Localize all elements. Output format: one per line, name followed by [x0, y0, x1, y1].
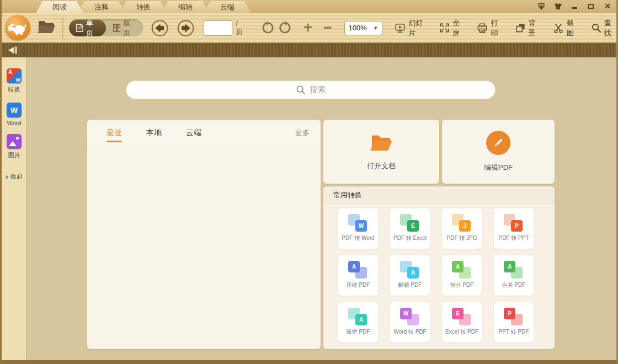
main-toolbar: 单页 双页 / 页 + − 100% ▼ [2, 13, 616, 43]
tile-unlock-pdf[interactable]: A解锁 PDF [390, 255, 430, 296]
slideshow-icon [395, 23, 406, 34]
rotate-left-icon[interactable] [260, 20, 274, 35]
ribbon-tabstrip: 阅读 注释 转换 编辑 云端 [2, 0, 616, 13]
app-window: 阅读 注释 转换 编辑 云端 ✕ [0, 0, 618, 364]
minimize-button[interactable] [570, 2, 579, 10]
tab-annotate[interactable]: 注释 [78, 1, 125, 13]
previous-page-button[interactable] [151, 18, 169, 38]
ppt-to-pdf-icon: P [503, 308, 524, 326]
maximize-button[interactable] [587, 2, 595, 10]
tile-pdf-to-excel[interactable]: EPDF 转 Excel [390, 208, 430, 249]
tile-split-pdf[interactable]: A拆分 PDF [442, 255, 482, 296]
files-tab-recent[interactable]: 最近 [106, 120, 122, 146]
app-logo-icon[interactable] [5, 15, 30, 40]
next-page-button[interactable] [177, 18, 195, 38]
pdf-to-excel-icon: E [399, 214, 420, 233]
pdf-to-jpg-icon: J [451, 214, 472, 233]
tab-edit[interactable]: 编辑 [162, 1, 209, 13]
window-controls: ✕ [537, 2, 612, 10]
tile-protect-pdf[interactable]: A保护 PDF [338, 302, 378, 342]
tile-ppt-to-pdf[interactable]: PPPT 转 PDF [494, 302, 534, 342]
left-rail: A W 转换 W Word 图片 ∧ 收起 [2, 57, 26, 360]
search-placeholder: 搜索 [310, 85, 326, 95]
search-icon [296, 85, 306, 95]
fullscreen-button[interactable]: 全屏 [439, 18, 465, 38]
page-mode-toggle: 单页 双页 [69, 19, 143, 36]
rotate-right-icon[interactable] [279, 20, 292, 35]
conversions-title: 常用转换 [323, 186, 555, 204]
tab-convert[interactable]: 转换 [120, 1, 167, 13]
rail-item-image[interactable]: 图片 [2, 134, 26, 159]
zoom-out-button[interactable]: − [323, 20, 332, 35]
tile-word-to-pdf[interactable]: WWord 转 PDF [390, 302, 430, 342]
search-input[interactable]: 搜索 [126, 81, 496, 99]
double-page-button[interactable]: 双页 [106, 19, 143, 36]
excel-to-pdf-icon: E [451, 308, 472, 326]
chevron-up-icon: ∧ [5, 174, 9, 180]
rail-item-convert[interactable]: A W 转换 [2, 68, 26, 94]
sidebar-collapse-strip [2, 43, 616, 57]
tile-pdf-to-word[interactable]: WPDF 转 Word [338, 208, 378, 249]
zoom-in-button[interactable]: + [303, 20, 312, 35]
zoom-level-select[interactable]: 100% ▼ [344, 21, 383, 35]
double-page-icon [113, 23, 121, 33]
find-icon [591, 23, 601, 33]
split-pdf-icon: A [451, 261, 472, 280]
files-tab-cloud[interactable]: 云端 [186, 120, 201, 146]
merge-pdf-icon: A [503, 261, 524, 280]
page-number-input[interactable] [204, 20, 232, 36]
tile-merge-pdf[interactable]: A合并 PDF [494, 255, 534, 296]
edit-pencil-icon [486, 131, 510, 155]
open-document-card[interactable]: 打开文档 [323, 120, 439, 184]
chevron-down-icon: ▼ [373, 25, 378, 31]
more-link[interactable]: 更多 [295, 128, 310, 138]
skin-icon[interactable] [553, 2, 562, 10]
tile-pdf-to-jpg[interactable]: JPDF 转 JPG [442, 208, 482, 249]
fullscreen-icon [439, 23, 450, 33]
image-icon [7, 134, 22, 149]
pdf-to-word-icon: A W [7, 68, 22, 83]
files-tab-local[interactable]: 本地 [146, 120, 162, 146]
compress-pdf-icon: A [348, 261, 369, 280]
single-page-icon [76, 23, 83, 33]
find-button[interactable]: 查找 [591, 18, 616, 38]
collapse-panel-icon[interactable] [8, 46, 19, 55]
tile-compress-pdf[interactable]: A压缩 PDF [338, 255, 378, 296]
menu-icon[interactable] [537, 2, 546, 10]
close-button[interactable]: ✕ [603, 2, 612, 10]
background-button[interactable]: 背景 [515, 18, 541, 38]
edit-pdf-card[interactable]: 编辑PDF [442, 120, 555, 184]
pdf-to-ppt-icon: P [503, 214, 524, 233]
toolbar-separator [62, 18, 63, 38]
unlock-pdf-icon: A [399, 261, 420, 280]
tile-excel-to-pdf[interactable]: EExcel 转 PDF [442, 302, 482, 342]
protect-pdf-icon: A [348, 308, 369, 326]
open-file-icon[interactable] [37, 19, 56, 37]
screenshot-icon [553, 23, 564, 34]
tile-pdf-to-ppt[interactable]: PPDF 转 PPT [494, 208, 534, 249]
open-folder-icon [369, 132, 394, 153]
tab-cloud[interactable]: 云端 [204, 1, 251, 13]
files-panel-header: 最近 本地 云端 更多 [87, 120, 321, 146]
files-panel: 最近 本地 云端 更多 [87, 120, 321, 349]
print-button[interactable]: 打印 [477, 18, 503, 38]
print-icon [477, 23, 488, 34]
rail-item-word[interactable]: W Word [2, 103, 26, 126]
word-to-pdf-icon: W [399, 308, 420, 326]
slideshow-button[interactable]: 幻灯片 [395, 18, 427, 38]
page-suffix-label: / 页 [236, 19, 246, 37]
single-page-button[interactable]: 单页 [69, 19, 106, 36]
tab-read[interactable]: 阅读 [36, 1, 83, 13]
word-icon: W [7, 103, 22, 117]
screenshot-button[interactable]: 截图 [553, 18, 579, 38]
pdf-to-word-icon: W [348, 214, 369, 233]
background-icon [515, 23, 526, 33]
common-conversions-panel: 常用转换 WPDF 转 Word EPDF 转 Excel JPDF 转 JPG… [323, 186, 555, 349]
rail-collapse-button[interactable]: ∧ 收起 [2, 173, 26, 181]
